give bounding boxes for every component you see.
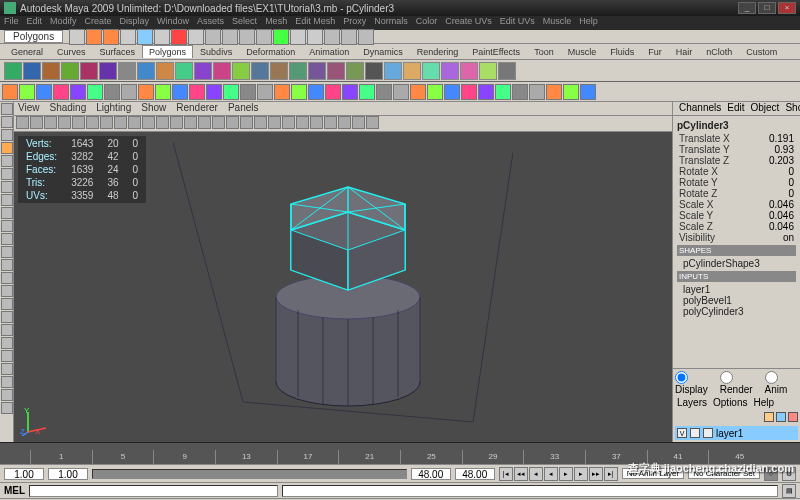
next-frame-icon[interactable]: ▸ (574, 467, 588, 481)
tool-icon[interactable] (87, 84, 103, 100)
vp-icon[interactable] (310, 116, 323, 129)
tool-icon[interactable] (308, 84, 324, 100)
channel-attr[interactable]: Translate Z0.203 (677, 155, 796, 166)
shelf-tab-dynamics[interactable]: Dynamics (356, 45, 410, 59)
status-icon[interactable] (120, 29, 136, 45)
toolbox-tool[interactable] (1, 207, 13, 219)
tool-icon[interactable] (478, 84, 494, 100)
tool-icon[interactable] (461, 84, 477, 100)
ch-tab-show[interactable]: Show (783, 102, 800, 115)
script-editor-icon[interactable]: ▤ (782, 484, 796, 498)
shelf-tab-animation[interactable]: Animation (302, 45, 356, 59)
channel-attr[interactable]: Rotate Y0 (677, 177, 796, 188)
shelf-button[interactable] (498, 62, 516, 80)
command-input[interactable] (29, 485, 278, 497)
vp-menu-shading[interactable]: Shading (50, 102, 87, 115)
channel-attr[interactable]: Scale X0.046 (677, 199, 796, 210)
toolbox-tool[interactable] (1, 246, 13, 258)
menu-edit-uvs[interactable]: Edit UVs (500, 16, 535, 30)
shelf-button[interactable] (213, 62, 231, 80)
status-icon[interactable] (256, 29, 272, 45)
channel-attr[interactable]: Rotate Z0 (677, 188, 796, 199)
shelf-button[interactable] (175, 62, 193, 80)
vp-icon[interactable] (184, 116, 197, 129)
shelf-button[interactable] (289, 62, 307, 80)
tool-icon[interactable] (580, 84, 596, 100)
toolbox-tool[interactable] (1, 389, 13, 401)
layer-menu-help[interactable]: Help (753, 397, 774, 408)
viewport[interactable]: Verts:1643200Edges:3282420Faces:1639240T… (14, 132, 672, 442)
vp-icon[interactable] (30, 116, 43, 129)
range-bar[interactable] (92, 469, 407, 479)
shelf-button[interactable] (61, 62, 79, 80)
end-frame[interactable]: 48.00 (455, 468, 495, 480)
status-icon[interactable] (239, 29, 255, 45)
toolbox-tool[interactable] (1, 103, 13, 115)
shelf-button[interactable] (308, 62, 326, 80)
shelf-tab-rendering[interactable]: Rendering (410, 45, 466, 59)
toolbox-tool[interactable] (1, 324, 13, 336)
vp-icon[interactable] (72, 116, 85, 129)
status-icon[interactable] (69, 29, 85, 45)
vp-icon[interactable] (170, 116, 183, 129)
tool-icon[interactable] (291, 84, 307, 100)
shelf-button[interactable] (403, 62, 421, 80)
vp-menu-view[interactable]: View (18, 102, 40, 115)
status-icon[interactable] (154, 29, 170, 45)
channel-attr[interactable]: Translate Y0.93 (677, 144, 796, 155)
tool-icon[interactable] (495, 84, 511, 100)
vp-menu-renderer[interactable]: Renderer (176, 102, 218, 115)
status-icon[interactable] (324, 29, 340, 45)
tool-icon[interactable] (240, 84, 256, 100)
tool-icon[interactable] (529, 84, 545, 100)
channel-attr[interactable]: Rotate X0 (677, 166, 796, 177)
tool-icon[interactable] (70, 84, 86, 100)
shelf-tab-subdivs[interactable]: Subdivs (193, 45, 239, 59)
menu-create-uvs[interactable]: Create UVs (445, 16, 492, 30)
status-icon[interactable] (171, 29, 187, 45)
shelf-button[interactable] (251, 62, 269, 80)
shelf-tab-fur[interactable]: Fur (641, 45, 669, 59)
vp-icon[interactable] (254, 116, 267, 129)
shelf-button[interactable] (270, 62, 288, 80)
vp-icon[interactable] (44, 116, 57, 129)
shelf-button[interactable] (441, 62, 459, 80)
rewind-icon[interactable]: |◂ (499, 467, 513, 481)
new-layer-icon[interactable] (764, 412, 774, 422)
shelf-button[interactable] (194, 62, 212, 80)
menu-muscle[interactable]: Muscle (543, 16, 572, 30)
shelf-button[interactable] (99, 62, 117, 80)
shelf-button[interactable] (23, 62, 41, 80)
in-frame[interactable]: 1.00 (48, 468, 88, 480)
toolbox-tool[interactable] (1, 129, 13, 141)
shelf-button[interactable] (346, 62, 364, 80)
layer-icon[interactable] (788, 412, 798, 422)
tool-icon[interactable] (359, 84, 375, 100)
layer-menu-layers[interactable]: Layers (677, 397, 707, 408)
shelf-button[interactable] (365, 62, 383, 80)
vp-icon[interactable] (16, 116, 29, 129)
vp-menu-lighting[interactable]: Lighting (96, 102, 131, 115)
shelf-button[interactable] (137, 62, 155, 80)
layer-mode-render[interactable]: Render (720, 371, 763, 395)
status-icon[interactable] (290, 29, 306, 45)
selected-object[interactable]: pCylinder3 (677, 118, 796, 133)
tool-icon[interactable] (274, 84, 290, 100)
vp-icon[interactable] (366, 116, 379, 129)
vp-icon[interactable] (226, 116, 239, 129)
play-icon[interactable]: ▸ (559, 467, 573, 481)
input-node[interactable]: layer1 (677, 284, 796, 295)
vp-icon[interactable] (324, 116, 337, 129)
tool-icon[interactable] (376, 84, 392, 100)
shelf-button[interactable] (422, 62, 440, 80)
status-icon[interactable] (222, 29, 238, 45)
shelf-button[interactable] (80, 62, 98, 80)
vp-icon[interactable] (296, 116, 309, 129)
menu-edit[interactable]: Edit (27, 16, 43, 30)
shelf-tab-ncloth[interactable]: nCloth (699, 45, 739, 59)
toolbox-tool[interactable] (1, 142, 13, 154)
shelf-tab-painteffects[interactable]: PaintEffects (465, 45, 527, 59)
vp-icon[interactable] (198, 116, 211, 129)
toolbox-tool[interactable] (1, 155, 13, 167)
vp-icon[interactable] (282, 116, 295, 129)
